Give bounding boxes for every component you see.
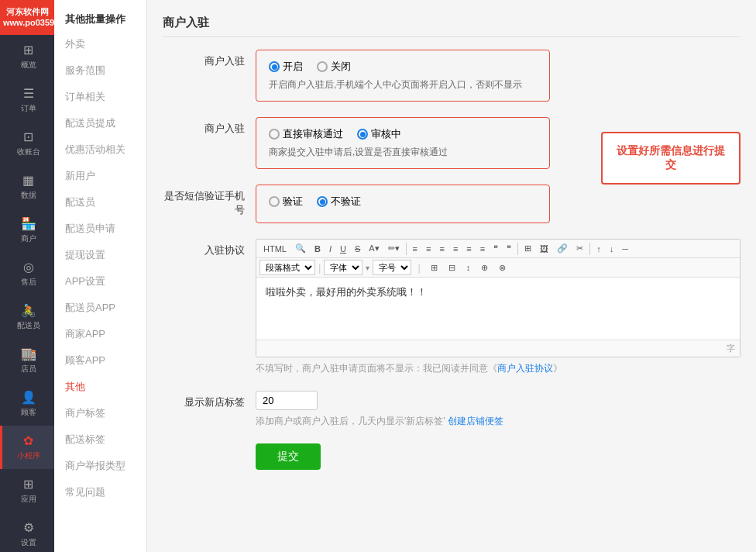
sidebar-item-miniapp[interactable]: ✿ 小程序 [0, 426, 54, 469]
agreement-hint: 不填写时，商户入驻申请页面将不显示：我已阅读并同意《商户入驻协议》 [256, 362, 741, 375]
radio-direct-circle [269, 129, 280, 140]
sub-item-delivery-fee[interactable]: 配送员提成 [54, 110, 146, 136]
toolbar-hr[interactable]: ─ [618, 243, 632, 255]
toolbar-color[interactable]: A▾ [365, 242, 383, 255]
store-icon: 🏬 [21, 347, 36, 361]
toolbar-format[interactable]: ✏▾ [384, 242, 404, 255]
toolbar-html[interactable]: HTML [259, 243, 290, 255]
sidebar-item-label-settings: 设置 [21, 537, 36, 548]
toolbar-bold[interactable]: B [311, 243, 325, 255]
settings-icon: ⚙ [23, 520, 34, 535]
overview-icon: ⊞ [23, 43, 33, 57]
editor-body[interactable]: 啦啦外卖，最好用的外卖系统哦！！ [256, 278, 740, 340]
sub-item-order-related[interactable]: 订单相关 [54, 84, 146, 110]
toolbar-align-left[interactable]: ≡ [409, 243, 421, 255]
sub-item-service[interactable]: 服务范围 [54, 57, 146, 84]
toolbar-list-ol[interactable]: ≡ [462, 243, 475, 255]
sidebar-item-order[interactable]: ☰ 订单 [0, 78, 54, 122]
toolbar-table[interactable]: ⊞ [521, 242, 535, 255]
submit-row: 提交 [163, 443, 741, 470]
sub-item-merchant-tag[interactable]: 商户标签 [54, 400, 146, 426]
create-store-tag-link[interactable]: 创建店铺便签 [448, 416, 503, 426]
toolbar-extra2[interactable]: ⊟ [445, 261, 459, 274]
format-select[interactable]: 段落格式 [259, 260, 315, 275]
font-select[interactable]: 字体 [324, 260, 363, 275]
toolbar-extra3[interactable]: ↕ [462, 261, 475, 274]
sub-item-merchant-app[interactable]: 商家APP [54, 321, 146, 347]
sub-item-new-user[interactable]: 新用户 [54, 163, 146, 189]
radio-no-verify-label: 不验证 [331, 195, 361, 209]
sub-item-delivery-apply[interactable]: 配送员申请 [54, 216, 146, 242]
sms-verify-row: 是否短信验证手机号 验证 不验证 [163, 185, 741, 223]
editor-content: 啦啦外卖，最好用的外卖系统哦！！ [266, 286, 427, 298]
toolbar-align-right[interactable]: ≡ [435, 243, 448, 255]
toolbar-underline[interactable]: U [336, 243, 350, 255]
toolbar-sep3 [589, 243, 590, 255]
radio-reviewing-label: 审核中 [371, 127, 401, 141]
toolbar-image[interactable]: 🖼 [536, 243, 552, 255]
sub-item-customer-app[interactable]: 顾客APP [54, 347, 146, 374]
data-icon: ▦ [22, 173, 34, 188]
sub-item-promo[interactable]: 优惠活动相关 [54, 136, 146, 163]
toolbar-outdent[interactable]: ↓ [606, 243, 618, 255]
toolbar-quote1[interactable]: ❝ [490, 242, 502, 255]
toolbar-sep2 [517, 243, 518, 255]
sidebar-item-merchant[interactable]: 🏪 商户 [0, 209, 54, 252]
toolbar-extra1[interactable]: ⊞ [427, 261, 442, 274]
sub-item-delivery-tag[interactable]: 配送标签 [54, 426, 146, 453]
sub-item-delivery-app[interactable]: 配送员APP [54, 295, 146, 321]
toolbar-align-center[interactable]: ≡ [422, 243, 435, 255]
review-reviewing[interactable]: 审核中 [357, 127, 401, 141]
sms-verify-yes[interactable]: 验证 [269, 195, 303, 209]
sub-item-report-type[interactable]: 商户举报类型 [54, 453, 146, 479]
agreement-label: 入驻协议 [163, 239, 256, 257]
sms-verify-no[interactable]: 不验证 [317, 195, 361, 209]
review-desc: 商家提交入驻申请后,设置是否直接审核通过 [269, 146, 537, 159]
toolbar-quote2[interactable]: ❝ [503, 242, 515, 255]
sidebar-item-data[interactable]: ▦ 数据 [0, 165, 54, 209]
sub-item-waimai[interactable]: 外卖 [54, 31, 146, 57]
merchant-entry-close[interactable]: 关闭 [317, 60, 351, 74]
sidebar-item-overview[interactable]: ⊞ 概览 [0, 35, 54, 78]
delivery-icon: 🚴 [21, 303, 36, 318]
new-store-tag-input[interactable] [256, 391, 318, 410]
radio-close-circle [317, 61, 328, 72]
logo: 河东软件网 www.po0359.cn [0, 0, 54, 35]
radio-verify-label: 验证 [283, 195, 303, 209]
agreement-row: 入驻协议 HTML 🔍 B I U S A▾ ✏▾ ≡ ≡ ≡ ≡ ≡ [163, 239, 741, 375]
sub-item-faq[interactable]: 常见问题 [54, 479, 146, 505]
sidebar-item-customer[interactable]: 👤 顾客 [0, 382, 54, 426]
toolbar-align-justify[interactable]: ≡ [449, 243, 462, 255]
section-title: 商户入驻 [163, 16, 741, 37]
tooltip-box: 设置好所需信息进行提交 [601, 132, 741, 185]
toolbar-list-ul[interactable]: ≡ [476, 243, 489, 255]
radio-open-circle [269, 61, 280, 72]
sub-item-app-settings[interactable]: APP设置 [54, 268, 146, 295]
sidebar-item-delivery[interactable]: 🚴 配送员 [0, 295, 54, 339]
toolbar-link[interactable]: 🔗 [553, 242, 572, 255]
toolbar-extra4[interactable]: ⊕ [477, 261, 492, 274]
merchant-entry-open[interactable]: 开启 [269, 60, 303, 74]
sidebar-item-apply[interactable]: ⊞ 应用 [0, 469, 54, 512]
agreement-link[interactable]: 商户入驻协议 [497, 363, 553, 374]
toolbar-italic[interactable]: I [325, 243, 335, 255]
sidebar-item-settings[interactable]: ⚙ 设置 [0, 512, 54, 552]
merchant-icon: 🏪 [21, 216, 36, 231]
toolbar-unlink[interactable]: ✂ [572, 242, 587, 255]
submit-button[interactable]: 提交 [256, 443, 321, 470]
sub-item-delivery-person[interactable]: 配送员 [54, 189, 146, 216]
toolbar-extra5[interactable]: ⊗ [495, 261, 510, 274]
sidebar-item-cashier[interactable]: ⊡ 收账台 [0, 122, 54, 165]
sidebar-item-label-apply: 应用 [21, 494, 36, 505]
sidebar-item-label-order: 订单 [21, 103, 36, 114]
sidebar-item-store[interactable]: 🏬 店员 [0, 339, 54, 382]
sub-item-other[interactable]: 其他 [54, 374, 146, 400]
sub-item-withdraw[interactable]: 提现设置 [54, 242, 146, 268]
review-direct[interactable]: 直接审核通过 [269, 127, 343, 141]
size-select[interactable]: 字号 [373, 260, 411, 275]
sidebar-item-aftersale[interactable]: ◎ 售后 [0, 252, 54, 295]
toolbar-indent[interactable]: ↑ [593, 243, 605, 255]
agreement-content: HTML 🔍 B I U S A▾ ✏▾ ≡ ≡ ≡ ≡ ≡ ≡ ❝ ❝ [256, 239, 741, 375]
toolbar-strike[interactable]: S [351, 243, 364, 255]
toolbar-search[interactable]: 🔍 [291, 242, 310, 255]
